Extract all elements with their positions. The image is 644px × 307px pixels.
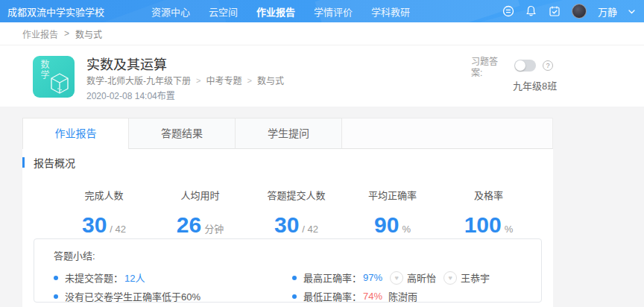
stat-label: 人均用时 xyxy=(152,188,248,202)
class-name: 九年级8班 xyxy=(513,78,557,92)
stat-value: 30/ 42 xyxy=(248,214,344,241)
header-actions: 万静 xyxy=(502,0,635,22)
breadcrumb-parent-link[interactable]: 作业报告 xyxy=(22,28,58,40)
main-nav: 资源中心 云空间 作业报告 学情评价 学科教研 xyxy=(151,4,410,19)
nav-item-resource-center[interactable]: 资源中心 xyxy=(151,4,190,19)
stat-label: 及格率 xyxy=(441,188,537,202)
homework-info-section: 数学 实数及其运算 数学-北师大版-九年级下册 > 中考专题 > 数与式 202… xyxy=(0,45,644,107)
homework-title: 实数及其运算 xyxy=(86,54,167,73)
unsubmitted-count-link[interactable]: 12人 xyxy=(124,270,145,285)
calendar-check-icon[interactable] xyxy=(549,5,561,17)
bullet-dot-icon xyxy=(54,276,58,280)
path-separator: > xyxy=(196,76,201,85)
heart-icon[interactable]: ♥ xyxy=(390,271,403,285)
nav-item-learning-evaluation[interactable]: 学情评价 xyxy=(314,4,353,19)
report-tabs: 作业报告 答题结果 学生提问 xyxy=(22,118,553,149)
assigned-date: 2020-02-08 14:04布置 xyxy=(86,89,175,101)
answer-summary-box: 答题小结: 未提交答题： 12人 没有已交卷学生正确率低于60% 最高正确率： … xyxy=(34,238,542,303)
heart-icon[interactable]: ♥ xyxy=(443,271,457,285)
school-name: 成都双流中学实验学校 xyxy=(7,4,104,19)
bell-icon[interactable] xyxy=(525,5,537,17)
summary-item-lowest-accuracy: 最低正确率： 74% 陈澍雨 xyxy=(292,287,541,306)
qa-icon[interactable] xyxy=(502,5,514,17)
stat-value: 26分钟 xyxy=(152,214,248,241)
summary-title: 答题小结: xyxy=(54,248,541,262)
nav-item-cloud-space[interactable]: 云空间 xyxy=(209,4,238,19)
path-textbook: 数学-北师大版-九年级下册 xyxy=(86,74,191,86)
section-accent-bar xyxy=(22,157,25,168)
cube-icon xyxy=(48,71,71,95)
math-subject-icon: 数学 xyxy=(33,56,75,98)
stat-value: 90% xyxy=(344,214,441,241)
summary-item-no-low-accuracy: 没有已交卷学生正确率低于60% xyxy=(54,287,292,306)
user-name[interactable]: 万静 xyxy=(598,4,617,19)
exercise-answers-label: 习题答案: xyxy=(471,57,508,79)
section-header: 报告概况 xyxy=(22,155,75,170)
nav-item-homework-report[interactable]: 作业报告 xyxy=(256,4,295,19)
help-icon[interactable]: ? xyxy=(543,60,553,71)
student-name: 王恭宇 xyxy=(461,270,490,285)
stat-submitted: 答题提交人数 30/ 42 xyxy=(248,188,344,241)
stat-avg-time: 人均用时 26分钟 xyxy=(152,188,248,241)
breadcrumb-current: 数与式 xyxy=(75,28,102,40)
summary-right-column: 最高正确率： 97% ♥ 高昕怡 ♥ 王恭宇 最低正确率： 74% 陈澍雨 xyxy=(292,268,541,306)
tab-homework-report[interactable]: 作业报告 xyxy=(22,118,129,149)
answers-toggle[interactable] xyxy=(514,60,536,72)
chevron-down-icon[interactable] xyxy=(628,7,635,16)
path-subtopic: 数与式 xyxy=(257,74,284,86)
summary-item-unsubmitted: 未提交答题： 12人 xyxy=(54,268,292,287)
report-overview-card: 报告概况 完成人数 30/ 42 人均用时 26分钟 答题提交人数 30/ 42… xyxy=(22,149,553,307)
stat-label: 完成人数 xyxy=(56,188,152,202)
summary-left-column: 未提交答题： 12人 没有已交卷学生正确率低于60% xyxy=(54,268,292,306)
top-navigation-bar: 成都双流中学实验学校 资源中心 云空间 作业报告 学情评价 学科教研 万静 xyxy=(0,0,644,22)
breadcrumb: 作业报告 > 数与式 xyxy=(22,28,102,40)
path-separator: > xyxy=(247,76,251,85)
stat-completed: 完成人数 30/ 42 xyxy=(56,188,152,241)
user-avatar[interactable] xyxy=(572,4,587,19)
summary-item-highest-accuracy: 最高正确率： 97% ♥ 高昕怡 ♥ 王恭宇 xyxy=(292,268,541,287)
tabstrip-filler xyxy=(342,118,553,149)
stat-label: 答题提交人数 xyxy=(248,188,344,202)
bullet-dot-icon xyxy=(292,294,297,299)
stat-value: 100% xyxy=(441,214,537,241)
stat-value: 30/ 42 xyxy=(56,214,152,241)
section-title: 报告概况 xyxy=(34,155,75,170)
path-topic: 中考专题 xyxy=(206,74,242,86)
bullet-dot-icon xyxy=(54,294,58,299)
tab-answer-results[interactable]: 答题结果 xyxy=(129,118,236,149)
homework-path: 数学-北师大版-九年级下册 > 中考专题 > 数与式 xyxy=(86,74,284,86)
stat-pass-rate: 及格率 100% xyxy=(441,188,537,241)
toggle-knob xyxy=(515,60,525,71)
breadcrumb-bar: 作业报告 > 数与式 xyxy=(0,22,644,45)
highest-accuracy-value: 97% xyxy=(363,272,382,283)
breadcrumb-separator: > xyxy=(64,28,69,39)
bullet-dot-icon xyxy=(292,276,297,280)
nav-item-subject-research[interactable]: 学科教研 xyxy=(371,4,410,19)
lowest-accuracy-value: 74% xyxy=(363,291,382,302)
tab-student-questions[interactable]: 学生提问 xyxy=(236,118,342,149)
student-name: 陈澍雨 xyxy=(388,289,417,303)
stats-row: 完成人数 30/ 42 人均用时 26分钟 答题提交人数 30/ 42 平均正确… xyxy=(56,188,537,241)
stat-label: 平均正确率 xyxy=(344,188,441,202)
stat-avg-accuracy: 平均正确率 90% xyxy=(344,188,441,241)
student-name: 高昕怡 xyxy=(407,270,436,285)
